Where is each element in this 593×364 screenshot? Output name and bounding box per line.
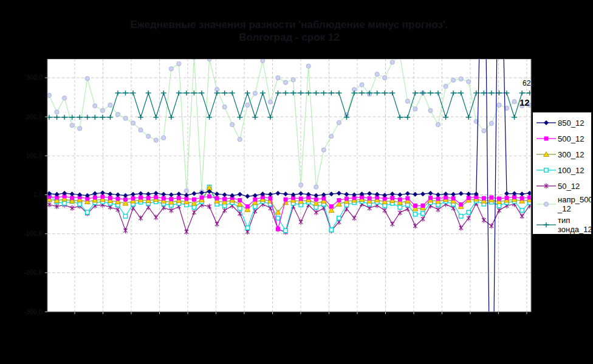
legend-item-50-12: 50_12 bbox=[536, 178, 591, 194]
legend-marker-napr-500-12-icon bbox=[536, 200, 558, 208]
legend-label: 850_12 bbox=[558, 118, 584, 128]
y-axis-tick-label: -100,0 bbox=[0, 230, 43, 238]
legend-marker-50-12-icon bbox=[536, 182, 558, 190]
legend-item-300-12: 300_12 bbox=[536, 146, 591, 162]
legend-marker-tip-zonda-12-icon bbox=[536, 221, 558, 229]
y-axis-labels: 300,0200,0100,00,0-100,0-200,0-300,0 bbox=[0, 0, 44, 364]
legend: 850_12 500_12 300_12 100_12 50_12 напр_5… bbox=[532, 112, 592, 235]
chart-title-line-2: Волгоград - срок 12 bbox=[47, 31, 531, 44]
legend-label: 500_12 bbox=[558, 134, 584, 143]
legend-marker-500-12-icon bbox=[536, 134, 558, 143]
legend-item-850-12: 850_12 bbox=[536, 115, 591, 131]
chart-title: Ежедневные значения разности 'наблюдение… bbox=[47, 18, 531, 44]
data-label-62: 62 bbox=[523, 79, 530, 88]
y-axis-tick-label: 200,0 bbox=[0, 113, 43, 121]
legend-item-napr-500-12: напр_500 _12 bbox=[536, 194, 591, 215]
legend-label: 300_12 bbox=[558, 150, 584, 159]
y-axis-tick-label: -300,0 bbox=[0, 308, 43, 316]
legend-label: 100_12 bbox=[558, 166, 584, 175]
legend-marker-100-12-icon bbox=[536, 166, 558, 174]
legend-label: тип зонда_12 bbox=[558, 216, 592, 234]
chart-window: Ежедневные значения разности 'наблюдение… bbox=[0, 0, 593, 364]
legend-label: напр_500 _12 bbox=[558, 195, 593, 213]
data-label-12: 12 bbox=[519, 97, 530, 108]
legend-item-500-12: 500_12 bbox=[536, 131, 591, 146]
legend-label: 50_12 bbox=[558, 182, 580, 191]
y-axis-tick-label: 300,0 bbox=[0, 74, 43, 81]
legend-item-100-12: 100_12 bbox=[536, 162, 591, 178]
legend-marker-850-12-icon bbox=[536, 118, 558, 127]
y-axis-tick-label: 100,0 bbox=[0, 152, 43, 160]
chart-title-line-1: Ежедневные значения разности 'наблюдение… bbox=[47, 18, 531, 31]
y-axis-tick-label: 0,0 bbox=[0, 191, 43, 199]
y-axis-tick-label: -200,0 bbox=[0, 269, 43, 276]
plot-area bbox=[45, 59, 532, 315]
plot-background bbox=[47, 59, 531, 312]
legend-marker-300-12-icon bbox=[536, 150, 558, 159]
legend-item-tip-zonda-12: тип зонда_12 bbox=[536, 215, 591, 235]
